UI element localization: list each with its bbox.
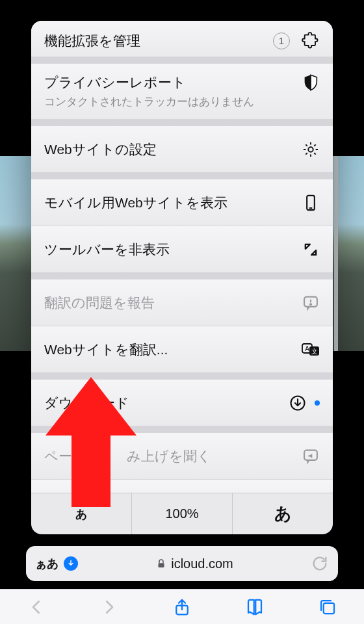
text-size-smaller[interactable]: あ [31, 493, 131, 534]
text-size-bar: あ 100% あ [31, 493, 333, 534]
address-bar[interactable]: ぁあ icloud.com [26, 546, 338, 581]
text-size-bigger[interactable]: あ [232, 493, 333, 534]
phone-icon [302, 194, 320, 212]
puzzle-icon [302, 32, 320, 50]
share-button[interactable] [172, 597, 192, 618]
gear-icon [302, 140, 320, 159]
speaker-bubble-icon [302, 447, 320, 465]
menu-label: Webサイトの設定 [44, 140, 302, 159]
menu-listen-to-page: ペー み上げを聞く [31, 433, 333, 480]
menu-privacy-report[interactable]: プライバシーレポート コンタクトされたトラッカーはありません [31, 64, 333, 120]
extension-count-badge: 1 [273, 32, 290, 49]
menu-website-settings[interactable]: Webサイトの設定 [31, 126, 333, 173]
browser-toolbar [0, 589, 364, 624]
svg-rect-19 [324, 603, 334, 613]
privacy-report-subtitle: コンタクトされたトラッカーはありません [44, 94, 320, 109]
menu-report-translation: 翻訳の問題を報告 [31, 280, 333, 326]
menu-label: ダウンロード [44, 394, 289, 412]
aa-button[interactable]: ぁあ [35, 556, 58, 571]
reload-icon[interactable] [311, 554, 329, 573]
svg-point-5 [310, 304, 311, 305]
translate-icon: A文 [302, 341, 320, 359]
expand-arrows-icon [302, 240, 320, 259]
menu-label: 翻訳の問題を報告 [44, 294, 302, 312]
menu-translate-website[interactable]: Webサイトを翻訳... A文 [31, 326, 333, 373]
menu-request-mobile-site[interactable]: モバイル用Webサイトを表示 [31, 179, 333, 226]
svg-text:A: A [305, 345, 309, 352]
menu-label: Webサイトを翻訳... [44, 341, 302, 359]
downloads-indicator-dot [315, 400, 320, 406]
page-settings-sheet: 機能拡張を管理 1 プライバシーレポート コンタクトされたトラッカーはありません… [31, 21, 333, 534]
menu-label: ペー み上げを聞く [44, 447, 302, 465]
text-size-level[interactable]: 100% [131, 493, 232, 534]
svg-point-0 [308, 147, 313, 151]
menu-downloads[interactable]: ダウンロード [31, 380, 333, 426]
menu-label: プライバシーレポート [44, 73, 302, 92]
back-button[interactable] [26, 597, 47, 618]
menu-label: ツールバーを非表示 [44, 240, 302, 259]
url-domain: icloud.com [171, 556, 233, 571]
menu-manage-extensions[interactable]: 機能拡張を管理 1 [31, 21, 333, 57]
svg-rect-17 [159, 563, 164, 567]
downloads-pill-icon[interactable] [64, 556, 78, 571]
forward-button[interactable] [99, 597, 120, 618]
tabs-button[interactable] [317, 597, 338, 618]
menu-label: モバイル用Webサイトを表示 [44, 194, 302, 212]
menu-show-reader: リ ーを表示 [31, 480, 333, 493]
menu-label: 機能拡張を管理 [44, 32, 273, 50]
bookmarks-button[interactable] [244, 597, 265, 618]
download-circle-icon [289, 394, 307, 412]
svg-text:文: 文 [311, 348, 318, 355]
lock-icon [155, 558, 167, 569]
shield-icon [302, 73, 320, 92]
report-bubble-icon [302, 294, 320, 312]
menu-hide-toolbar[interactable]: ツールバーを非表示 [31, 226, 333, 273]
